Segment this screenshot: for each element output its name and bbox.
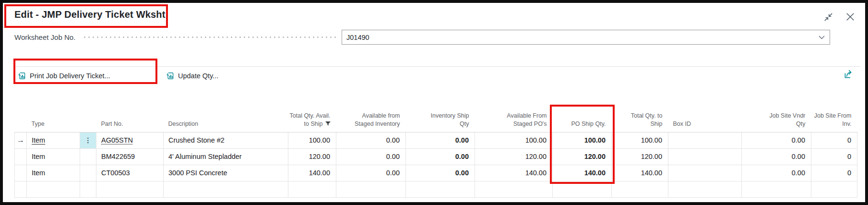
cell-po-ship-qty[interactable] — [553, 181, 612, 197]
report-flash-icon — [17, 72, 26, 80]
collapse-icon — [823, 12, 833, 22]
cell-menu[interactable] — [80, 148, 96, 165]
update-qty-button-label: Update Qty... — [178, 72, 218, 80]
cell-job-site-from-inv[interactable]: 0 — [811, 165, 857, 181]
table-row: Item BM422659 4' Aluminum Stepladder 120… — [15, 148, 857, 165]
cell-type[interactable]: Item — [27, 165, 80, 181]
cell-total-qty-to-ship[interactable]: 140.00 — [612, 165, 668, 181]
cell-total-qty-to-ship[interactable] — [612, 181, 668, 197]
cell-po-ship-qty[interactable]: 100.00 — [553, 132, 612, 148]
table-row — [15, 181, 857, 197]
row-marker — [15, 165, 27, 181]
cell-available-from-staged-inventory[interactable]: 0.00 — [336, 165, 406, 181]
close-icon — [845, 12, 856, 22]
cell-available-from-staged-inventory[interactable]: 0.00 — [336, 132, 406, 148]
dotted-leader — [83, 36, 339, 38]
cell-inventory-ship-qty[interactable] — [406, 181, 475, 197]
update-qty-button[interactable]: Update Qty... — [166, 69, 218, 82]
cell-type[interactable] — [27, 181, 80, 197]
page-title: Edit - JMP Delivery Ticket Wksht — [14, 9, 166, 20]
cell-description[interactable]: 4' Aluminum Stepladder — [164, 148, 288, 165]
worksheet-job-no-input[interactable] — [342, 34, 816, 41]
cell-job-site-from-inv[interactable] — [811, 181, 857, 197]
cell-type[interactable]: Item — [27, 148, 80, 165]
cell-menu[interactable] — [80, 165, 96, 181]
cell-type[interactable]: Item — [27, 132, 80, 148]
filter-icon — [325, 121, 331, 126]
report-flash-icon — [166, 72, 174, 80]
table-row: → Item ⋮ AG05STN Crushed Stone #2 100.00… — [15, 132, 857, 148]
column-header-available-from-staged-inventory[interactable]: Available from Staged Inventory — [336, 109, 406, 132]
header-row: Type Part No. Description Total Qty. Ava… — [15, 109, 857, 132]
dialog-window: Edit - JMP Delivery Ticket Wksht Workshe… — [0, 0, 868, 205]
cell-po-ship-qty[interactable]: 120.00 — [553, 148, 612, 165]
cell-total-qty-avail[interactable]: 140.00 — [288, 165, 336, 181]
row-marker-icon: → — [15, 132, 27, 148]
cell-box-id[interactable] — [668, 165, 742, 181]
cell-po-ship-qty[interactable]: 140.00 — [553, 165, 612, 181]
cell-box-id[interactable] — [668, 181, 742, 197]
cell-inventory-ship-qty[interactable]: 0.00 — [406, 148, 475, 165]
column-header-inventory-ship-qty[interactable]: Inventory Ship Qty — [406, 109, 475, 132]
column-header-menu — [80, 109, 96, 132]
column-header-po-ship-qty[interactable]: PO Ship Qty. — [553, 109, 612, 132]
table-row: Item CT00503 3000 PSI Concrete 140.00 0.… — [15, 165, 857, 181]
action-bar-divider — [13, 66, 860, 67]
column-header-available-from-staged-pos[interactable]: Available From Staged PO's — [475, 109, 553, 132]
close-button[interactable] — [844, 11, 856, 23]
cell-part-no[interactable]: BM422659 — [96, 148, 164, 165]
chevron-down-icon[interactable] — [816, 36, 830, 39]
cell-available-from-staged-inventory[interactable]: 0.00 — [336, 148, 406, 165]
cell-available-from-staged-pos[interactable]: 120.00 — [475, 148, 553, 165]
cell-job-site-vndr-qty[interactable] — [742, 181, 811, 197]
worksheet-job-no-label: Worksheet Job No. — [14, 33, 75, 41]
cell-part-no[interactable] — [96, 181, 164, 197]
cell-available-from-staged-pos[interactable] — [475, 181, 553, 197]
cell-description[interactable]: Crushed Stone #2 — [164, 132, 288, 148]
print-button-label: Print Job Delivery Ticket... — [30, 72, 110, 80]
ellipsis-icon: ⋮ — [85, 136, 92, 144]
cell-menu[interactable] — [80, 181, 96, 197]
cell-job-site-vndr-qty[interactable]: 0.00 — [742, 132, 811, 148]
cell-inventory-ship-qty[interactable]: 0.00 — [406, 132, 475, 148]
cell-total-qty-to-ship[interactable]: 100.00 — [612, 132, 668, 148]
column-header-type[interactable]: Type — [27, 109, 80, 132]
cell-job-site-from-inv[interactable]: 0 — [811, 148, 857, 165]
print-job-delivery-ticket-button[interactable]: Print Job Delivery Ticket... — [17, 69, 110, 82]
cell-part-no[interactable]: AG05STN — [96, 132, 164, 148]
delivery-ticket-table: Type Part No. Description Total Qty. Ava… — [14, 109, 857, 198]
cell-total-qty-avail[interactable]: 100.00 — [288, 132, 336, 148]
cell-job-site-vndr-qty[interactable]: 0.00 — [742, 165, 811, 181]
cell-job-site-from-inv[interactable]: 0 — [811, 132, 857, 148]
column-header-part-no[interactable]: Part No. — [96, 109, 164, 132]
column-header-total-qty-to-ship[interactable]: Total Qty. to Ship — [612, 109, 668, 132]
share-icon — [843, 69, 854, 79]
worksheet-job-no-combobox[interactable] — [342, 30, 830, 45]
row-marker — [15, 181, 27, 197]
cell-inventory-ship-qty[interactable]: 0.00 — [406, 165, 475, 181]
column-header-description[interactable]: Description — [164, 109, 288, 132]
cell-available-from-staged-pos[interactable]: 100.00 — [475, 132, 553, 148]
column-header-job-site-vndr-qty[interactable]: Job Site Vndr Qty — [742, 109, 811, 132]
cell-description[interactable]: 3000 PSI Concrete — [164, 165, 288, 181]
cell-menu-button[interactable]: ⋮ — [80, 132, 96, 148]
cell-total-qty-avail[interactable] — [288, 181, 336, 197]
share-button[interactable] — [843, 69, 854, 79]
row-marker — [15, 148, 27, 165]
cell-available-from-staged-inventory[interactable] — [336, 181, 406, 197]
column-header-box-id[interactable]: Box ID — [668, 109, 742, 132]
cell-part-no[interactable]: CT00503 — [96, 165, 164, 181]
column-header-total-qty-avail[interactable]: Total Qty. Avail. to Ship — [288, 109, 336, 132]
window-controls — [822, 11, 856, 23]
cell-description[interactable] — [164, 181, 288, 197]
cell-total-qty-to-ship[interactable]: 120.00 — [612, 148, 668, 165]
column-header-job-site-from-inv[interactable]: Job Site From Inv. — [811, 109, 857, 132]
column-header-marker — [15, 109, 27, 132]
cell-box-id[interactable] — [668, 148, 742, 165]
collapse-button[interactable] — [822, 11, 834, 23]
cell-available-from-staged-pos[interactable]: 140.00 — [475, 165, 553, 181]
cell-total-qty-avail[interactable]: 120.00 — [288, 148, 336, 165]
cell-job-site-vndr-qty[interactable]: 0.00 — [742, 148, 811, 165]
cell-box-id[interactable] — [668, 132, 742, 148]
